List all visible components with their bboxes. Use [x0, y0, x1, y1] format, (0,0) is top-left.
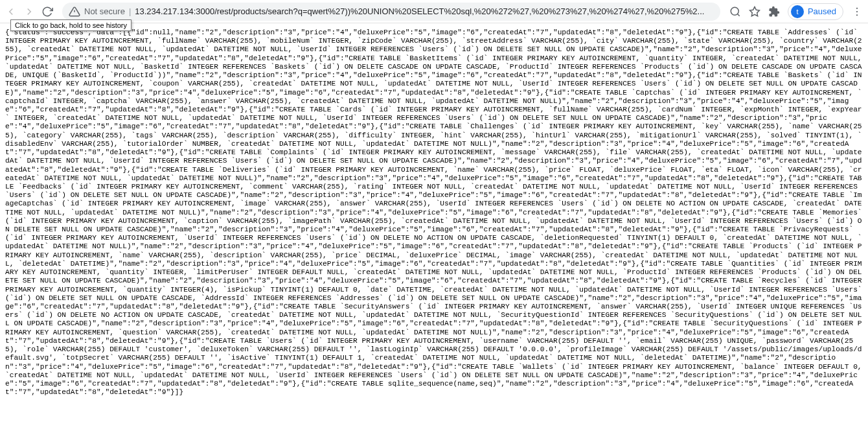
back-button-tooltip: Click to go back, hold to see history [10, 19, 131, 31]
profile-paused-chip[interactable]: t Paused [788, 3, 843, 20]
search-icon[interactable] [729, 6, 741, 17]
url-text: 13.234.217.134:3000/rest/products/search… [135, 6, 714, 16]
address-bar[interactable]: Not secure | 13.234.217.134:3000/rest/pr… [62, 3, 720, 21]
warning-icon [69, 6, 80, 17]
paused-label: Paused [808, 6, 836, 16]
svg-line-3 [737, 14, 739, 16]
url-separator: | [129, 6, 131, 16]
svg-marker-4 [749, 6, 759, 16]
nav-controls [5, 6, 53, 17]
svg-point-5 [856, 7, 858, 8]
forward-icon[interactable] [23, 6, 35, 17]
extensions-icon[interactable] [768, 6, 780, 17]
reload-icon[interactable] [41, 6, 53, 17]
svg-point-7 [856, 14, 858, 16]
menu-icon[interactable] [851, 6, 863, 17]
browser-right-icons: t Paused [729, 3, 863, 20]
not-secure-label: Not secure [84, 6, 125, 16]
svg-point-6 [856, 10, 858, 12]
back-icon[interactable] [5, 6, 17, 17]
response-body: {"status":"success","data":[{"id":null,"… [0, 23, 868, 402]
avatar: t [791, 5, 804, 18]
star-icon[interactable] [749, 6, 760, 17]
svg-point-2 [731, 7, 738, 15]
